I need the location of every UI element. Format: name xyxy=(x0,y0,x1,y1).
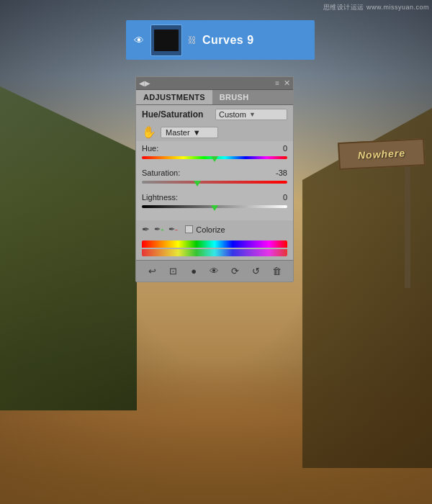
saturation-label-row: Saturation: -38 xyxy=(142,168,287,177)
eyedropper-icon-2[interactable]: ✒+ xyxy=(154,225,164,234)
lightness-slider-row: Lightness: 0 xyxy=(142,193,287,210)
spectrum-bar-bottom xyxy=(142,249,287,256)
tab-adjustments[interactable]: ADJUSTMENTS xyxy=(136,90,212,104)
panel-title: Hue/Saturation xyxy=(142,109,203,120)
bottom-toolbar: ↩ ⊡ ● 👁 ⟳ ↺ 🗑 xyxy=(136,260,293,282)
toolbar-delete-icon[interactable]: 🗑 xyxy=(269,264,284,279)
channel-row: ✋ Master ▼ xyxy=(136,123,293,141)
spectrum-container xyxy=(136,238,293,260)
huesat-header: Hue/Saturation Custom ▼ xyxy=(136,105,293,123)
saturation-track[interactable] xyxy=(142,179,287,186)
saturation-thumb[interactable] xyxy=(194,181,201,186)
hue-value: 0 xyxy=(266,144,287,153)
panel-menu-icon[interactable]: ≡ xyxy=(275,79,279,87)
channel-dropdown[interactable]: Master ▼ xyxy=(161,127,218,138)
lightness-thumb[interactable] xyxy=(211,205,218,211)
eyedropper-icon-3[interactable]: ✒− xyxy=(168,225,179,234)
adjustments-panel: ◀▶ ≡ ✕ ADJUSTMENTS BRUSH Hue/Saturation … xyxy=(135,76,294,282)
saturation-slider-row: Saturation: -38 xyxy=(142,168,287,186)
toolbar-undo-icon[interactable]: ↺ xyxy=(248,264,264,279)
toolbar-reset-icon[interactable]: ↩ xyxy=(144,264,160,279)
tab-brush[interactable]: BRUSH xyxy=(212,90,256,104)
panel-collapse-arrows[interactable]: ◀▶ xyxy=(139,79,150,87)
colorize-checkbox[interactable] xyxy=(185,225,193,233)
sliders-area: Hue: 0 Saturation: -38 Lightness: 0 xyxy=(136,141,293,220)
hue-thumb[interactable] xyxy=(211,156,218,162)
layer-visibility-toggle[interactable]: 👁 xyxy=(132,33,146,48)
panel-close-button[interactable]: ✕ xyxy=(284,78,290,88)
hue-track[interactable] xyxy=(142,154,287,161)
toolbar-rotate-icon[interactable]: ⟳ xyxy=(228,264,243,279)
channel-arrow: ▼ xyxy=(193,128,201,137)
preset-dropdown[interactable]: Custom ▼ xyxy=(215,109,287,120)
saturation-value: -38 xyxy=(266,168,287,177)
lightness-label-row: Lightness: 0 xyxy=(142,193,287,202)
layer-chain-icon: ⛓ xyxy=(186,35,198,45)
toolbar-new-layer-icon[interactable]: ⊡ xyxy=(165,264,181,279)
toolbar-mask-icon[interactable]: ● xyxy=(186,264,202,279)
preset-arrow: ▼ xyxy=(249,111,256,118)
layer-thumb-inner xyxy=(154,30,179,51)
lightness-track[interactable] xyxy=(142,203,287,210)
eyedropper-row: ✒ ✒+ ✒− Colorize xyxy=(136,220,293,238)
preset-label: Custom xyxy=(219,110,246,119)
tabs-row: ADJUSTMENTS BRUSH xyxy=(136,90,293,105)
hue-label-row: Hue: 0 xyxy=(142,144,287,153)
panel-titlebar: ◀▶ ≡ ✕ xyxy=(136,77,293,90)
colorize-label: Colorize xyxy=(196,225,225,234)
layer-name: Curves 9 xyxy=(202,34,309,47)
eyedropper-icon-1[interactable]: ✒ xyxy=(142,224,150,235)
toolbar-visibility-icon[interactable]: 👁 xyxy=(207,264,222,279)
saturation-label: Saturation: xyxy=(142,168,180,177)
layer-strip: 👁 ⛓ Curves 9 xyxy=(126,20,315,60)
panel-titlebar-left: ◀▶ xyxy=(139,79,150,87)
channel-label: Master xyxy=(166,128,190,137)
sign-text: Nowhere xyxy=(358,147,406,161)
watermark: 思维设计运运 www.missyuan.com xyxy=(323,3,429,12)
hue-label: Hue: xyxy=(142,144,158,153)
colorize-group: Colorize xyxy=(185,225,225,234)
lightness-label: Lightness: xyxy=(142,193,178,202)
lightness-value: 0 xyxy=(266,193,287,202)
hand-tool-icon[interactable]: ✋ xyxy=(142,125,156,139)
hue-slider-row: Hue: 0 xyxy=(142,144,287,161)
spectrum-bar-top xyxy=(142,240,287,248)
saturation-track-fill xyxy=(142,181,287,184)
sign-board: Nowhere xyxy=(338,138,426,170)
layer-thumbnail xyxy=(150,24,182,56)
